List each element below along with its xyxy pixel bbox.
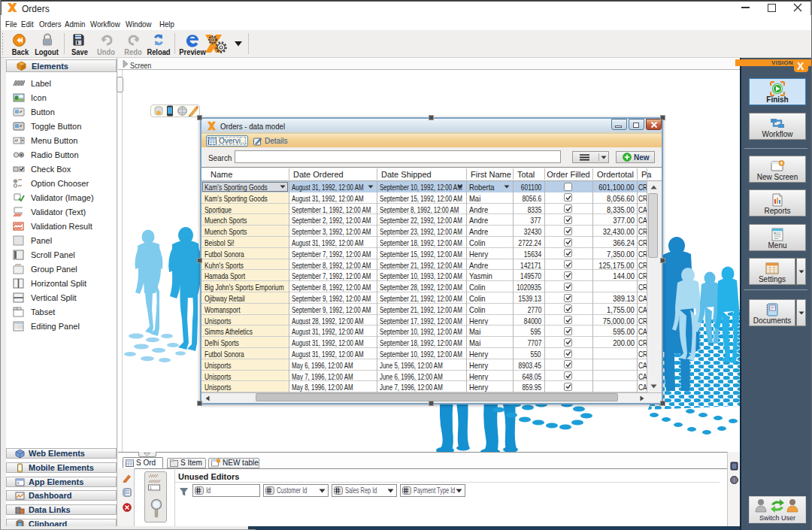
svg-text:1: 1 [150, 486, 152, 490]
